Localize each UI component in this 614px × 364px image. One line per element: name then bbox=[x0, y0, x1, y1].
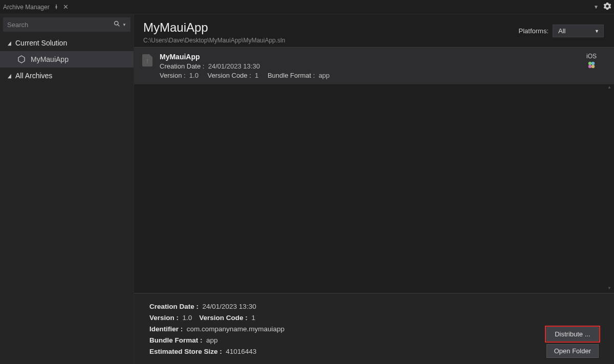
svg-line-1 bbox=[118, 25, 119, 26]
detail-creation: Creation Date : 24/01/2023 13:30 bbox=[149, 303, 546, 310]
archive-row[interactable]: ⋮ MyMauiApp Creation Date : 24/01/2023 1… bbox=[134, 47, 614, 85]
content-area: MyMauiApp C:\Users\Dave\Desktop\MyMauiAp… bbox=[134, 14, 614, 364]
sidebar: ▼ ◢ Current Solution MyMauiApp ◢ All Arc… bbox=[0, 14, 134, 364]
titlebar: Archive Manager ✕ ▼ bbox=[0, 0, 614, 14]
search-box[interactable]: ▼ bbox=[3, 17, 130, 32]
tree-node-current-solution[interactable]: ◢ Current Solution bbox=[0, 35, 134, 51]
window-dropdown-icon[interactable]: ▼ bbox=[594, 4, 599, 10]
hexagon-icon bbox=[17, 55, 26, 63]
ios-icon bbox=[587, 61, 596, 71]
archive-meta-line2: Version : 1.0 Version Code : 1 Bundle Fo… bbox=[160, 72, 581, 79]
svg-point-5 bbox=[591, 65, 595, 68]
tree-child-label: MyMauiApp bbox=[31, 55, 69, 63]
tree-item-mymauiapp[interactable]: MyMauiApp bbox=[0, 51, 134, 67]
open-folder-button[interactable]: Open Folder bbox=[546, 344, 599, 358]
solution-path: C:\Users\Dave\Desktop\MyMauiApp\MyMauiAp… bbox=[143, 37, 518, 44]
detail-bundle: Bundle Format : app bbox=[149, 336, 546, 344]
scroll-down-icon[interactable]: ▼ bbox=[606, 286, 613, 293]
archive-meta-line1: Creation Date : 24/01/2023 13:30 bbox=[160, 62, 581, 70]
chevron-down-icon: ▼ bbox=[595, 29, 599, 34]
platform-tag: iOS bbox=[586, 53, 597, 60]
expand-icon: ◢ bbox=[8, 73, 11, 79]
pin-icon[interactable] bbox=[54, 4, 59, 10]
detail-identifier: Identifier : com.companyname.mymauiapp bbox=[149, 325, 546, 333]
page-title: MyMauiApp bbox=[143, 20, 518, 35]
search-icon[interactable] bbox=[114, 20, 120, 29]
distribute-button[interactable]: Distribute ... bbox=[546, 327, 599, 341]
svg-point-4 bbox=[588, 65, 591, 68]
archive-file-icon: ⋮ bbox=[142, 54, 152, 66]
platforms-label: Platforms: bbox=[518, 27, 549, 35]
expand-icon: ◢ bbox=[8, 40, 11, 47]
window-title: Archive Manager bbox=[3, 4, 50, 11]
close-tab-icon[interactable]: ✕ bbox=[63, 3, 69, 11]
svg-point-0 bbox=[115, 21, 118, 25]
scroll-up-icon[interactable]: ▲ bbox=[606, 85, 613, 92]
archive-body: ▲ ▼ bbox=[134, 85, 614, 293]
platforms-value: All bbox=[558, 27, 565, 35]
details-panel: Creation Date : 24/01/2023 13:30 Version… bbox=[134, 293, 614, 364]
detail-version: Version : 1.0Version Code : 1 bbox=[149, 314, 546, 322]
archive-name: MyMauiApp bbox=[160, 53, 581, 61]
scrollbar[interactable]: ▲ ▼ bbox=[606, 85, 613, 293]
detail-size: Estimated Store Size : 41016443 bbox=[149, 348, 546, 355]
gear-icon[interactable] bbox=[604, 3, 611, 11]
svg-point-3 bbox=[591, 62, 595, 65]
tree-label: Current Solution bbox=[15, 39, 67, 47]
tree-label: All Archives bbox=[15, 72, 52, 80]
tree-node-all-archives[interactable]: ◢ All Archives bbox=[0, 67, 134, 84]
search-input[interactable] bbox=[7, 21, 114, 29]
search-options-icon[interactable]: ▼ bbox=[122, 22, 126, 27]
platforms-select[interactable]: All ▼ bbox=[553, 25, 604, 37]
svg-point-2 bbox=[588, 62, 591, 65]
